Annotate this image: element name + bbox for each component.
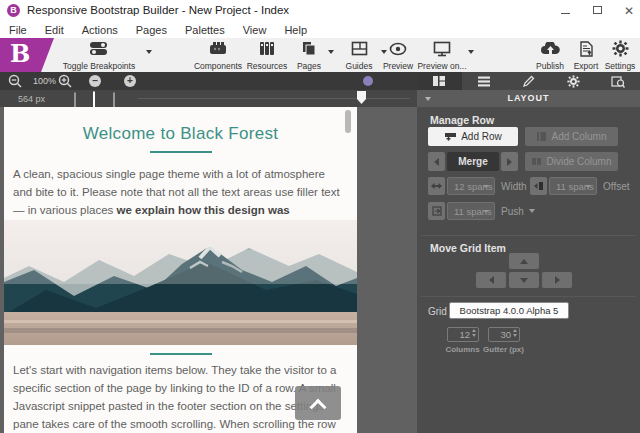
preview-button[interactable]: Preview [378, 40, 418, 71]
add-column-label: Add Column [551, 131, 606, 142]
close-icon: ✕ [624, 4, 634, 18]
maximize-icon [593, 6, 602, 14]
merge-label: Merge [458, 156, 487, 167]
settings-button[interactable]: Settings [602, 40, 638, 71]
add-row-icon [444, 132, 457, 142]
menu-view[interactable]: View [234, 24, 276, 36]
mountain-photo [4, 220, 357, 345]
breakpoint-slider-handle[interactable] [363, 76, 373, 86]
columns-up-icon[interactable] [472, 329, 476, 332]
panel-tab-bar [417, 72, 640, 90]
section-divider [421, 235, 636, 236]
resources-icon [258, 40, 276, 57]
resources-label: Resources [247, 61, 288, 71]
pages-label: Pages [297, 61, 321, 71]
title-bar: B Responsive Bootstrap Builder - New Pro… [0, 0, 640, 22]
pages-button[interactable]: Pages [292, 40, 326, 71]
scroll-to-top-button[interactable] [295, 386, 341, 420]
gutter-label: Gutter (px) [476, 345, 531, 354]
offset-select-caret-icon [585, 185, 591, 188]
maximize-button[interactable] [582, 0, 612, 22]
divide-column-label: Divide Column [546, 156, 611, 167]
push-select-caret-icon [483, 210, 489, 213]
add-row-button[interactable]: Add Row [428, 127, 518, 146]
push-caret-icon[interactable] [529, 209, 535, 213]
merge-left-icon [434, 158, 439, 166]
add-column-button[interactable]: Add Column [525, 127, 618, 146]
resources-button[interactable]: Resources [243, 40, 291, 71]
layout-grid-icon [432, 75, 446, 87]
components-icon [208, 40, 228, 57]
gutter-up-icon[interactable] [513, 329, 517, 332]
menu-bar: File Edit Actions Pages Palettes View He… [0, 22, 640, 38]
gutter-stepper[interactable]: 30 [488, 327, 520, 342]
merge-left-button[interactable] [428, 152, 445, 171]
app-logo-icon: B [7, 4, 20, 17]
columns-stepper[interactable]: 12 [447, 327, 479, 342]
columns-down-icon[interactable] [472, 334, 476, 337]
guides-label: Guides [346, 61, 373, 71]
menu-palettes[interactable]: Palettes [176, 24, 234, 36]
tab-structure[interactable] [462, 72, 507, 90]
export-label: Export [574, 61, 599, 71]
menu-actions[interactable]: Actions [73, 24, 127, 36]
menu-help[interactable]: Help [275, 24, 316, 36]
offset-spans-select[interactable]: 11 spans [549, 177, 597, 195]
tab-layout[interactable] [417, 72, 462, 90]
gutter-down-icon[interactable] [513, 334, 517, 337]
menu-edit[interactable]: Edit [36, 24, 73, 36]
panel-section-header[interactable]: LAYOUT [417, 90, 640, 107]
divide-column-button[interactable]: Divide Column [525, 152, 618, 171]
publish-button[interactable]: Publish [532, 40, 568, 71]
move-up-button[interactable] [509, 253, 539, 269]
tab-edit[interactable] [506, 72, 551, 90]
width-select-caret-icon [483, 185, 489, 188]
close-button[interactable]: ✕ [614, 0, 640, 22]
components-button[interactable]: Components [190, 40, 246, 71]
pages-icon [301, 40, 317, 57]
tab-settings[interactable] [551, 72, 596, 90]
preview-on-button[interactable]: Preview on... [418, 40, 466, 71]
width-label: Width [501, 181, 527, 192]
decrease-width-button[interactable]: – [89, 75, 101, 87]
width-icon-button[interactable] [428, 177, 445, 195]
push-spans-select[interactable]: 11 spans [447, 202, 495, 220]
guides-button[interactable]: Guides [340, 40, 378, 71]
minimize-button[interactable] [550, 0, 580, 22]
monitor-icon [433, 40, 451, 57]
tab-inspect[interactable] [595, 72, 640, 90]
framework-select[interactable]: Bootstrap 4.0.0 Alpha 5 [449, 302, 569, 319]
canvas-scrollbar-thumb[interactable] [345, 110, 351, 133]
preview-label: Preview [383, 61, 413, 71]
arrow-left-icon [489, 276, 494, 284]
increase-width-button[interactable]: + [124, 75, 136, 87]
merge-button[interactable]: Merge [447, 152, 499, 171]
framework-value: Bootstrap 4.0.0 Alpha 5 [460, 305, 559, 316]
toggle-breakpoints-icon [88, 40, 110, 57]
move-left-button[interactable] [476, 272, 506, 288]
pages-caret-icon[interactable] [328, 50, 334, 54]
menu-file[interactable]: File [0, 24, 36, 36]
move-right-button[interactable] [542, 272, 572, 288]
preview-on-label: Preview on... [417, 61, 466, 71]
gear-icon [612, 40, 629, 57]
toggle-breakpoints-caret-icon[interactable] [146, 50, 152, 54]
export-button[interactable]: Export [570, 40, 602, 71]
add-row-label: Add Row [461, 131, 502, 142]
push-icon-button[interactable] [428, 202, 445, 220]
toggle-breakpoints-label: Toggle Breakpoints [63, 61, 135, 71]
merge-right-button[interactable] [501, 152, 518, 171]
width-spans-select[interactable]: 12 spans [447, 177, 495, 195]
toggle-breakpoints-button[interactable]: Toggle Breakpoints [58, 40, 140, 71]
zoom-level: 100% [33, 76, 56, 86]
arrow-down-icon [520, 278, 528, 283]
design-canvas[interactable]: Welcome to Black Forest A clean, spaciou… [4, 107, 357, 433]
inspect-icon [611, 75, 625, 88]
preview-on-caret-icon[interactable] [468, 50, 474, 54]
offset-icon-button[interactable] [530, 177, 547, 195]
move-down-button[interactable] [509, 272, 539, 288]
panel-section-title: LAYOUT [417, 90, 640, 107]
guides-icon [351, 40, 368, 57]
menu-pages[interactable]: Pages [127, 24, 176, 36]
section-divider [421, 296, 636, 297]
